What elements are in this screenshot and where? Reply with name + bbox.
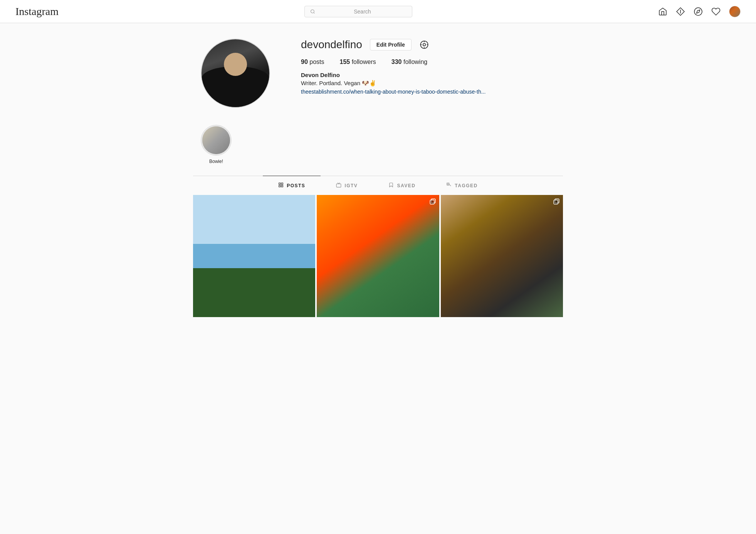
post-image-3 bbox=[441, 195, 563, 317]
profile-container: devondelfino Edit Profile 90 posts bbox=[193, 23, 563, 108]
svg-line-1 bbox=[314, 12, 314, 13]
tab-igtv-label: IGTV bbox=[344, 183, 358, 188]
svg-marker-5 bbox=[697, 10, 700, 13]
followers-count: 155 bbox=[340, 59, 350, 65]
profile-avatar-wrap bbox=[201, 39, 270, 108]
bookmark-icon bbox=[388, 182, 394, 189]
posts-stat[interactable]: 90 posts bbox=[301, 59, 324, 65]
home-icon[interactable] bbox=[658, 7, 667, 16]
followers-stat[interactable]: 155 followers bbox=[340, 59, 376, 65]
search-bar[interactable] bbox=[304, 6, 412, 17]
post-item-3[interactable] bbox=[441, 195, 563, 317]
multi-post-icon-2 bbox=[553, 198, 560, 207]
followers-label: followers bbox=[352, 59, 376, 65]
svg-rect-12 bbox=[279, 183, 281, 185]
tabs-section: POSTS IGTV SAVED bbox=[193, 176, 563, 195]
svg-rect-15 bbox=[281, 185, 283, 187]
tab-saved-label: SAVED bbox=[397, 183, 415, 188]
post-item-2[interactable] bbox=[317, 195, 439, 317]
profile-link[interactable]: theestablishment.co/when-talking-about-m… bbox=[301, 89, 486, 95]
search-input[interactable] bbox=[318, 8, 407, 15]
svg-rect-23 bbox=[554, 200, 558, 204]
svg-rect-21 bbox=[430, 200, 434, 204]
profile-info: devondelfino Edit Profile 90 posts bbox=[301, 39, 555, 95]
post-image-2 bbox=[317, 195, 439, 317]
multi-post-icon bbox=[429, 198, 436, 207]
instagram-logo: Instagram bbox=[15, 5, 59, 18]
header-nav bbox=[658, 6, 741, 17]
svg-point-4 bbox=[694, 8, 702, 15]
svg-point-0 bbox=[311, 10, 314, 13]
grid-icon bbox=[278, 182, 284, 189]
story-circle bbox=[201, 125, 232, 156]
profile-full-name: Devon Delfino bbox=[301, 72, 555, 78]
search-icon bbox=[310, 9, 315, 14]
story-label: Bowie! bbox=[209, 159, 223, 164]
tab-posts-label: POSTS bbox=[287, 183, 305, 188]
posts-label: posts bbox=[309, 59, 324, 65]
svg-rect-17 bbox=[447, 183, 449, 185]
profile-bio: Writer. Portland. Vegan 🐶✌ bbox=[301, 80, 555, 87]
tabs-row: POSTS IGTV SAVED bbox=[193, 176, 563, 195]
tab-saved[interactable]: SAVED bbox=[373, 176, 431, 195]
following-count: 330 bbox=[391, 59, 402, 65]
svg-rect-16 bbox=[337, 184, 341, 187]
explore-icon[interactable] bbox=[694, 7, 703, 16]
stories-section: Bowie! bbox=[193, 125, 563, 176]
edit-profile-button[interactable]: Edit Profile bbox=[370, 39, 412, 50]
tab-tagged[interactable]: TAGGED bbox=[431, 176, 493, 195]
profile-avatar[interactable] bbox=[201, 39, 270, 108]
heart-icon[interactable] bbox=[711, 7, 721, 16]
profile-stats: 90 posts 155 followers 330 following bbox=[301, 59, 555, 65]
header: Instagram bbox=[0, 0, 756, 23]
post-item-1[interactable] bbox=[193, 195, 315, 317]
tab-igtv[interactable]: IGTV bbox=[321, 176, 373, 195]
svg-rect-13 bbox=[281, 183, 283, 185]
tv-icon bbox=[336, 182, 341, 189]
posts-grid bbox=[193, 195, 563, 317]
svg-line-19 bbox=[450, 185, 451, 186]
main-content: devondelfino Edit Profile 90 posts bbox=[0, 23, 756, 317]
posts-count: 90 bbox=[301, 59, 308, 65]
story-image bbox=[202, 126, 230, 154]
profile-avatar-nav[interactable] bbox=[729, 6, 741, 17]
svg-point-7 bbox=[423, 44, 425, 46]
following-label: following bbox=[403, 59, 427, 65]
profile-header: devondelfino Edit Profile 90 posts bbox=[201, 39, 555, 108]
tab-posts[interactable]: POSTS bbox=[263, 176, 321, 195]
profile-avatar-image bbox=[202, 39, 269, 107]
story-dog-image bbox=[202, 126, 230, 154]
tab-tagged-label: TAGGED bbox=[455, 183, 477, 188]
svg-rect-14 bbox=[279, 185, 281, 187]
send-icon[interactable] bbox=[676, 7, 685, 16]
settings-icon[interactable] bbox=[419, 40, 429, 50]
profile-top-row: devondelfino Edit Profile bbox=[301, 39, 555, 51]
profile-username: devondelfino bbox=[301, 39, 362, 51]
stories-row: Bowie! bbox=[201, 125, 555, 164]
post-image-1 bbox=[193, 195, 315, 317]
story-item-bowie[interactable]: Bowie! bbox=[201, 125, 232, 164]
following-stat[interactable]: 330 following bbox=[391, 59, 427, 65]
svg-point-18 bbox=[448, 184, 449, 185]
tag-icon bbox=[446, 182, 452, 189]
